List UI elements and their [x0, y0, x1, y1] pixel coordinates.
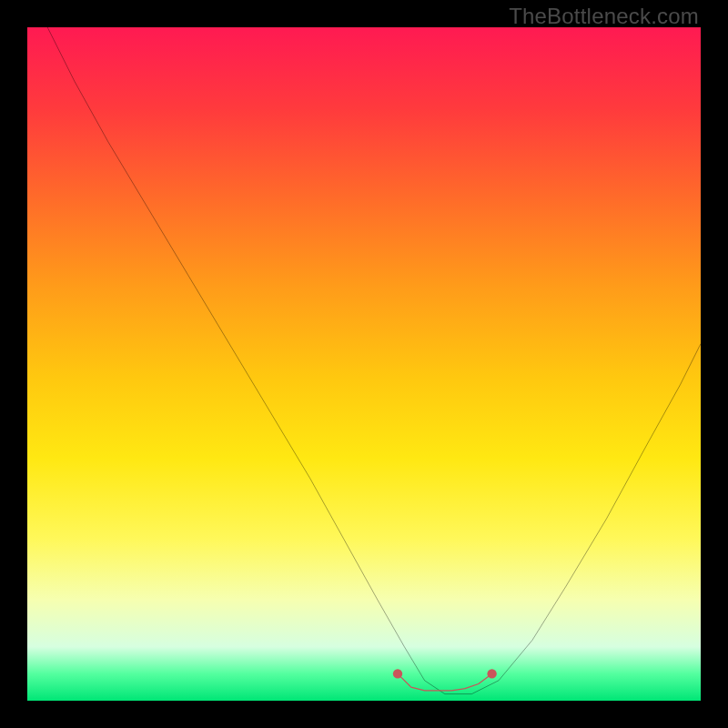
- chart-curves-svg: [27, 27, 701, 701]
- optimal-band-path: [398, 673, 492, 691]
- watermark-text: TheBottleneck.com: [509, 4, 699, 29]
- optimal-band-start-dot: [393, 669, 402, 678]
- optimal-band-end-dot: [487, 669, 496, 678]
- bottleneck-chart: [27, 27, 701, 701]
- bottleneck-curve-path: [47, 27, 701, 694]
